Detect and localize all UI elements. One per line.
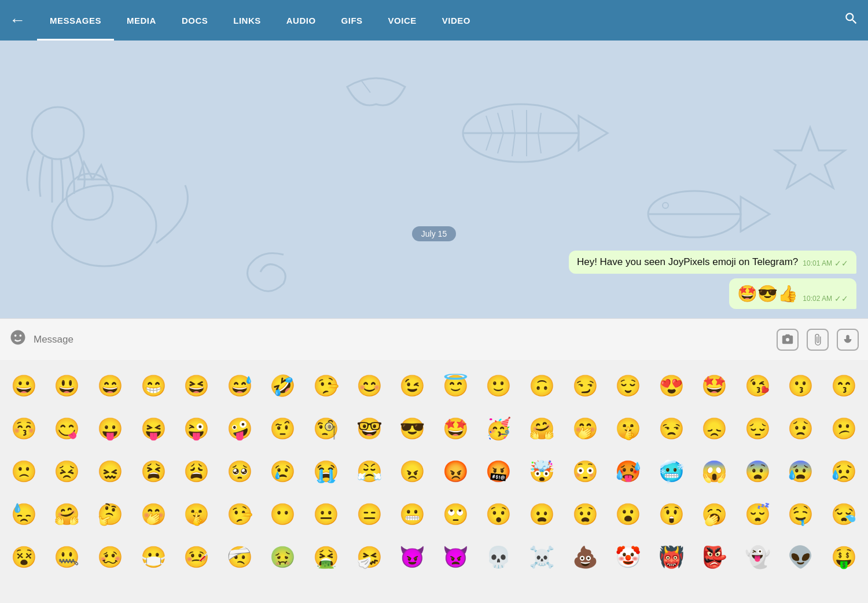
- emoji-cell[interactable]: 😗: [779, 365, 823, 407]
- emoji-cell[interactable]: 😯: [477, 493, 521, 536]
- emoji-cell[interactable]: 😦: [520, 493, 564, 536]
- search-icon[interactable]: [844, 11, 859, 30]
- emoji-cell[interactable]: 😉: [391, 365, 434, 407]
- emoji-cell[interactable]: 🤯: [520, 450, 564, 493]
- emoji-cell[interactable]: 🤥: [304, 365, 348, 407]
- emoji-cell[interactable]: 😐: [304, 493, 348, 536]
- emoji-cell[interactable]: 👽: [779, 536, 823, 579]
- back-button[interactable]: ←: [9, 11, 25, 30]
- emoji-cell[interactable]: 🤓: [348, 407, 391, 450]
- emoji-cell[interactable]: 😥: [822, 450, 866, 493]
- emoji-cell[interactable]: 😷: [132, 536, 175, 579]
- emoji-cell[interactable]: 😃: [46, 365, 89, 407]
- emoji-cell[interactable]: ☠️: [520, 536, 564, 579]
- emoji-cell[interactable]: 😞: [693, 407, 737, 450]
- emoji-cell[interactable]: 😊: [348, 365, 391, 407]
- emoji-cell[interactable]: 🥺: [218, 450, 262, 493]
- emoji-cell[interactable]: 😠: [391, 450, 434, 493]
- emoji-cell[interactable]: 😄: [89, 365, 132, 407]
- emoji-cell[interactable]: 😓: [2, 493, 46, 536]
- emoji-cell[interactable]: 😮: [606, 493, 650, 536]
- emoji-cell[interactable]: 😙: [822, 365, 866, 407]
- emoji-cell[interactable]: 😜: [175, 407, 218, 450]
- emoji-cell[interactable]: 😟: [779, 407, 823, 450]
- emoji-cell[interactable]: 😆: [175, 365, 218, 407]
- message-input[interactable]: [34, 334, 770, 345]
- emoji-cell[interactable]: 😘: [736, 365, 779, 407]
- emoji-cell[interactable]: 😲: [650, 493, 693, 536]
- emoji-cell[interactable]: 👺: [693, 536, 737, 579]
- emoji-cell[interactable]: 😅: [218, 365, 262, 407]
- emoji-cell[interactable]: 🥶: [650, 450, 693, 493]
- emoji-cell[interactable]: 😪: [822, 493, 866, 536]
- emoji-cell[interactable]: 🤥: [218, 493, 262, 536]
- emoji-cell[interactable]: 😏: [564, 365, 607, 407]
- emoji-cell[interactable]: 🤬: [477, 450, 521, 493]
- emoji-cell[interactable]: 🤒: [175, 536, 218, 579]
- emoji-cell[interactable]: 😝: [132, 407, 175, 450]
- emoji-cell[interactable]: 🥵: [606, 450, 650, 493]
- emoji-cell[interactable]: 😨: [736, 450, 779, 493]
- tab-media[interactable]: MEDIA: [114, 0, 169, 41]
- record-button[interactable]: [837, 329, 859, 351]
- emoji-cell[interactable]: 🤐: [46, 536, 89, 579]
- emoji-cell[interactable]: 👻: [736, 536, 779, 579]
- emoji-cell[interactable]: 😶: [262, 493, 305, 536]
- tab-audio[interactable]: AUDIO: [274, 0, 329, 41]
- emoji-cell[interactable]: 😱: [693, 450, 737, 493]
- emoji-cell[interactable]: 😬: [391, 493, 434, 536]
- emoji-cell[interactable]: 🤭: [132, 493, 175, 536]
- emoji-cell[interactable]: 💀: [477, 536, 521, 579]
- emoji-cell[interactable]: 🤣: [262, 365, 305, 407]
- emoji-cell[interactable]: 🤨: [262, 407, 305, 450]
- emoji-cell[interactable]: 🤡: [606, 536, 650, 579]
- tab-voice[interactable]: VOICE: [376, 0, 429, 41]
- emoji-cell[interactable]: 🤩: [693, 365, 737, 407]
- emoji-cell[interactable]: 🤭: [564, 407, 607, 450]
- camera-button[interactable]: [777, 329, 799, 351]
- emoji-cell[interactable]: 😕: [822, 407, 866, 450]
- emoji-cell[interactable]: 😭: [304, 450, 348, 493]
- emoji-cell[interactable]: 🥳: [477, 407, 521, 450]
- emoji-cell[interactable]: 🤧: [348, 536, 391, 579]
- emoji-cell[interactable]: 😣: [46, 450, 89, 493]
- emoji-cell[interactable]: 🤪: [218, 407, 262, 450]
- emoji-cell[interactable]: 😢: [262, 450, 305, 493]
- emoji-cell[interactable]: 😳: [564, 450, 607, 493]
- emoji-cell[interactable]: 💩: [564, 536, 607, 579]
- tab-gifs[interactable]: GIFS: [329, 0, 376, 41]
- emoji-cell[interactable]: 🤫: [175, 493, 218, 536]
- emoji-cell[interactable]: 🤗: [46, 493, 89, 536]
- emoji-cell[interactable]: 🤗: [520, 407, 564, 450]
- emoji-cell[interactable]: 😌: [606, 365, 650, 407]
- emoji-cell[interactable]: 🙃: [520, 365, 564, 407]
- emoji-cell[interactable]: 😩: [175, 450, 218, 493]
- emoji-cell[interactable]: 🙄: [434, 493, 477, 536]
- emoji-cell[interactable]: 🤕: [218, 536, 262, 579]
- emoji-cell[interactable]: 🤤: [779, 493, 823, 536]
- emoji-toggle-button[interactable]: [9, 329, 27, 350]
- emoji-cell[interactable]: 🤩: [434, 407, 477, 450]
- emoji-cell[interactable]: 👹: [650, 536, 693, 579]
- emoji-cell[interactable]: 🤮: [304, 536, 348, 579]
- emoji-cell[interactable]: 😖: [89, 450, 132, 493]
- emoji-cell[interactable]: 😡: [434, 450, 477, 493]
- emoji-cell[interactable]: 😰: [779, 450, 823, 493]
- emoji-cell[interactable]: 🤢: [262, 536, 305, 579]
- emoji-cell[interactable]: 😈: [391, 536, 434, 579]
- tab-messages[interactable]: MESSAGES: [37, 0, 114, 41]
- tab-video[interactable]: VIDEO: [429, 0, 483, 41]
- emoji-cell[interactable]: 🥱: [693, 493, 737, 536]
- tab-docs[interactable]: DOCS: [169, 0, 220, 41]
- emoji-cell[interactable]: 🤔: [89, 493, 132, 536]
- emoji-cell[interactable]: 😤: [348, 450, 391, 493]
- emoji-cell[interactable]: 😧: [564, 493, 607, 536]
- emoji-cell[interactable]: 😎: [391, 407, 434, 450]
- emoji-cell[interactable]: 😵: [2, 536, 46, 579]
- emoji-cell[interactable]: 😑: [348, 493, 391, 536]
- emoji-cell[interactable]: 😋: [46, 407, 89, 450]
- emoji-cell[interactable]: 👿: [434, 536, 477, 579]
- emoji-cell[interactable]: 🙂: [477, 365, 521, 407]
- tab-links[interactable]: LINKS: [220, 0, 274, 41]
- emoji-cell[interactable]: 😚: [2, 407, 46, 450]
